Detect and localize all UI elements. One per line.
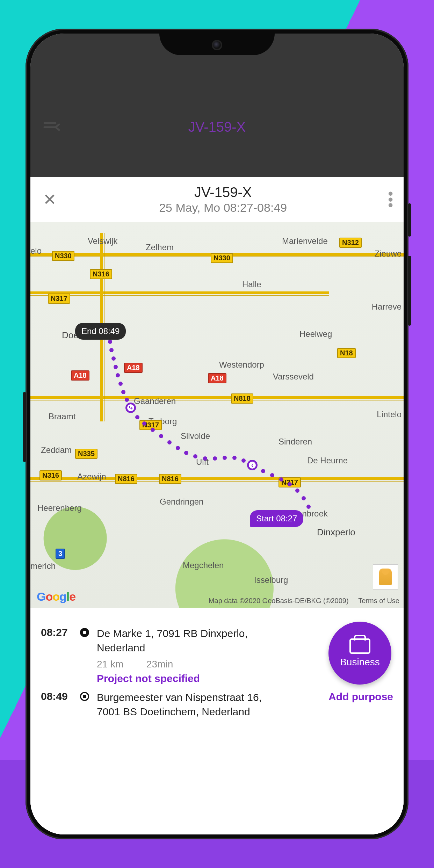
route-turn-icon: ‹ [247, 460, 258, 470]
map-road-shield: A18 [124, 363, 143, 373]
map-road-shield: N316 [90, 269, 112, 279]
map-road-shield: A18 [71, 370, 89, 381]
route-dot [167, 440, 172, 444]
route-dot [114, 365, 118, 369]
route-dot [184, 451, 188, 455]
purpose-action: Business Add purpose [328, 622, 393, 703]
route-dot [111, 356, 116, 361]
map-town-label: Megchelen [183, 560, 224, 570]
map-road-shield: N335 [75, 449, 97, 459]
route-dot [159, 434, 163, 438]
map-road-shield: 3 [56, 549, 65, 559]
briefcase-icon [349, 638, 370, 654]
route-dot [116, 373, 120, 377]
pegman-icon [379, 569, 392, 585]
route-dot [288, 482, 292, 486]
map-road-shield: N18 [337, 348, 356, 358]
route-dot [203, 456, 207, 461]
business-fab-label: Business [340, 657, 380, 668]
map-town-label: Halle [242, 280, 261, 289]
more-icon[interactable]: ••• [386, 187, 395, 212]
map-town-label: Harreve [372, 302, 402, 312]
phone-side-button [23, 392, 26, 462]
map-town-label: Velswijk [88, 236, 117, 246]
map-road-shield: N816 [159, 474, 181, 484]
route-dot [232, 456, 237, 460]
map-town-label: Zeddam [41, 445, 72, 455]
trip-sheet: ✕ JV-159-X 25 May, Mo 08:27-08:49 ••• Ve… [30, 177, 404, 834]
route-dot [261, 469, 265, 473]
add-purpose-link[interactable]: Add purpose [328, 691, 393, 703]
route-dot [108, 340, 112, 344]
map-copyright: Map data ©2020 GeoBasis-DE/BKG (©2009) [209, 597, 349, 605]
map-background [30, 222, 404, 608]
trip-end-time: 08:49 [41, 690, 72, 702]
trip-distance: 21 km [97, 659, 123, 670]
map-road-shield: N316 [39, 470, 62, 480]
stop-icon [79, 690, 91, 701]
map-road-shield: N330 [211, 253, 233, 263]
sheet-subtitle: 25 May, Mo 08:27-08:49 [159, 201, 287, 215]
map-road-shield: N816 [115, 474, 137, 484]
map-town-label: Gendringen [160, 497, 203, 507]
map-credits: Map data ©2020 GeoBasis-DE/BKG (©2009) T… [209, 597, 399, 605]
map[interactable]: Velswijk Zelhem Marienvelde Zieuwe elo H… [30, 222, 404, 608]
map-town-label: Isselburg [254, 575, 288, 585]
route-dot [193, 454, 197, 458]
streetview-pegman[interactable] [373, 564, 398, 589]
map-town-label: Gaanderen [134, 396, 176, 406]
map-town-label: De Heurne [307, 456, 348, 465]
business-fab[interactable]: Business [328, 622, 391, 685]
trip-project-link[interactable]: Project not specified [97, 672, 285, 686]
map-town-label: Westendorp [219, 360, 264, 370]
map-town-label: Azewijn [77, 472, 106, 482]
map-town-label: merich [30, 561, 56, 571]
screen: JV-159-X ✕ JV-159-X 25 May, Mo 08:27-08:… [30, 34, 404, 834]
map-road-shield: N312 [339, 238, 362, 248]
route-dot [125, 398, 129, 402]
sheet-title: JV-159-X [159, 185, 287, 200]
route-dot [295, 489, 299, 493]
phone-side-button [408, 203, 411, 237]
map-town-label: Sinderen [279, 437, 312, 447]
map-road-shield: N818 [231, 393, 253, 404]
map-town-label: Varsseveld [273, 372, 314, 382]
route-turn-icon: ⤷ [125, 403, 136, 413]
sheet-title-block: JV-159-X 25 May, Mo 08:27-08:49 [159, 185, 287, 215]
map-road-shield: N330 [52, 251, 74, 261]
route-dot [142, 421, 146, 426]
map-road [30, 291, 329, 296]
phone-side-button [408, 256, 411, 326]
map-terms-link[interactable]: Terms of Use [358, 597, 399, 605]
close-icon[interactable]: ✕ [39, 188, 60, 211]
trip-start-address: De Marke 1, 7091 RB Dinxperlo, Nederland [97, 627, 285, 655]
route-dot [135, 415, 139, 419]
map-town-label: elo [30, 246, 42, 256]
sheet-header: ✕ JV-159-X 25 May, Mo 08:27-08:49 ••• [30, 177, 404, 222]
route-dot [213, 456, 217, 461]
route-dot [118, 382, 123, 386]
route-dot [279, 477, 283, 482]
route-dot [109, 348, 114, 352]
map-start-marker[interactable]: Start 08:27 [250, 510, 303, 527]
map-end-marker[interactable]: End 08:49 [75, 323, 126, 340]
map-town-label: Dinxperlo [317, 527, 355, 538]
map-town-label: Braamt [49, 412, 75, 421]
trip-duration: 23min [146, 659, 173, 670]
route-dot [176, 446, 180, 450]
phone-notch [159, 34, 275, 55]
route-dot [223, 456, 227, 460]
map-road-shield: N317 [48, 294, 70, 304]
background-title: JV-159-X [30, 119, 404, 135]
route-dot [121, 390, 125, 394]
map-town-label: Heerenberg [37, 503, 82, 513]
route-dot [306, 505, 311, 509]
map-road-shield: A18 [208, 373, 226, 383]
route-dot [241, 458, 246, 463]
route-dot [270, 473, 274, 477]
map-town-label: Marienvelde [282, 236, 328, 246]
phone-frame: JV-159-X ✕ JV-159-X 25 May, Mo 08:27-08:… [26, 29, 408, 839]
map-town-label: Zieuwe [375, 249, 402, 259]
map-town-label: Silvolde [181, 431, 210, 441]
google-logo: Google [37, 590, 75, 603]
